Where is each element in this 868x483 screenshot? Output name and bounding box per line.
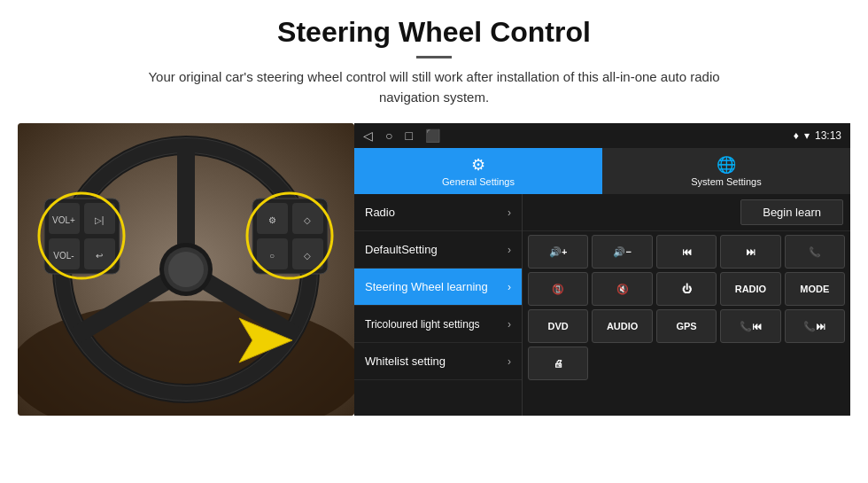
header-description: Your original car's steering wheel contr… (124, 67, 744, 107)
chevron-right-icon: › (508, 244, 511, 256)
menu-item-radio[interactable]: Radio › (354, 194, 522, 231)
svg-text:↩: ↩ (96, 251, 103, 261)
begin-learn-button[interactable]: Begin learn (740, 199, 843, 225)
tab-bar: ⚙ General Settings 🌐 System Settings (354, 148, 850, 194)
menu-item-default[interactable]: DefaultSetting › (354, 231, 522, 269)
tel-next-icon: 📞⏭ (803, 321, 825, 332)
power-icon: ⏻ (682, 284, 692, 294)
control-row-3: DVD AUDIO GPS 📞⏮ (528, 309, 845, 343)
audio-label: AUDIO (607, 321, 638, 331)
vol-up-icon: 🔊+ (549, 246, 567, 258)
content-row: VOL+ ▷| VOL- ↩ ⚙ ◇ ○ ◇ (18, 123, 850, 416)
phone-icon: 📞 (809, 246, 821, 258)
vol-down-button[interactable]: 🔊− (592, 235, 652, 269)
svg-point-10 (168, 252, 204, 287)
radio-button[interactable]: RADIO (720, 272, 780, 306)
back-icon[interactable]: ◁ (363, 129, 373, 143)
vol-up-button[interactable]: 🔊+ (528, 235, 588, 269)
extra-button[interactable]: 🖨 (528, 347, 588, 380)
page-wrapper: Steering Wheel Control Your original car… (0, 0, 868, 416)
location-icon: ♦ (794, 129, 799, 142)
gps-label: GPS (676, 321, 696, 331)
globe-icon: 🌐 (717, 155, 736, 175)
hang-up-icon: 📵 (552, 284, 564, 295)
svg-text:○: ○ (269, 251, 275, 261)
gear-icon: ⚙ (471, 155, 485, 175)
phone-button[interactable]: 📞 (785, 235, 845, 269)
menu-item-steering[interactable]: Steering Wheel learning › (354, 269, 522, 306)
header-divider (416, 56, 452, 58)
chevron-right-icon: › (508, 318, 511, 331)
tel-prev-icon: 📞⏮ (740, 321, 762, 332)
svg-text:◇: ◇ (304, 251, 311, 261)
dvd-label: DVD (548, 321, 569, 331)
gps-button[interactable]: GPS (656, 309, 717, 343)
mute-button[interactable]: 🔇 (592, 272, 652, 306)
menu-list: Radio › DefaultSetting › Steering Wheel … (354, 194, 523, 416)
control-grid: 🔊+ 🔊− ⏮ ⏭ 📞 (523, 231, 850, 416)
extra-icon: 🖨 (554, 358, 563, 369)
prev-track-button[interactable]: ⏮ (656, 235, 717, 269)
menu-area: Radio › DefaultSetting › Steering Wheel … (354, 194, 850, 416)
control-row-4: 🖨 (528, 347, 845, 380)
vol-down-icon: 🔊− (613, 246, 631, 258)
status-right: ♦ ▾ 13:13 (794, 129, 841, 142)
chevron-right-icon: › (508, 355, 511, 368)
radio-label: RADIO (735, 284, 766, 294)
nav-icons: ◁ ○ □ ⬛ (363, 129, 440, 143)
tab-general-label: General Settings (442, 176, 515, 187)
tab-system[interactable]: 🌐 System Settings (602, 148, 850, 194)
tab-system-label: System Settings (691, 176, 761, 187)
page-title: Steering Wheel Control (35, 16, 833, 49)
control-row-1: 🔊+ 🔊− ⏮ ⏭ 📞 (528, 235, 845, 269)
svg-text:VOL-: VOL- (53, 251, 74, 261)
mode-label: MODE (800, 284, 829, 294)
tab-general[interactable]: ⚙ General Settings (354, 148, 602, 194)
svg-text:VOL+: VOL+ (52, 215, 75, 225)
chevron-right-icon: › (508, 206, 511, 219)
power-button[interactable]: ⏻ (656, 272, 717, 306)
hang-up-button[interactable]: 📵 (528, 272, 588, 306)
mode-button[interactable]: MODE (785, 272, 845, 306)
steering-wheel-image: VOL+ ▷| VOL- ↩ ⚙ ◇ ○ ◇ (18, 123, 354, 416)
wifi-icon: ▾ (804, 129, 810, 142)
begin-learn-row: Begin learn (523, 194, 850, 231)
next-icon: ⏭ (746, 246, 756, 257)
control-row-2: 📵 🔇 ⏻ RADIO MO (528, 272, 845, 306)
mute-icon: 🔇 (616, 284, 629, 295)
android-screen: ◁ ○ □ ⬛ ♦ ▾ 13:13 ⚙ General Settings (354, 123, 850, 416)
recents-icon[interactable]: □ (405, 129, 412, 143)
tel-next-button[interactable]: 📞⏭ (785, 309, 845, 343)
steering-wheel-svg: VOL+ ▷| VOL- ↩ ⚙ ◇ ○ ◇ (18, 123, 354, 416)
svg-text:◇: ◇ (304, 215, 311, 225)
chevron-right-icon: › (508, 281, 511, 293)
menu-item-tricoloured[interactable]: Tricoloured light settings › (354, 306, 522, 343)
right-panel: Begin learn 🔊+ 🔊− (523, 194, 850, 416)
menu-item-whitelist[interactable]: Whitelist setting › (354, 343, 522, 380)
dvd-button[interactable]: DVD (528, 309, 588, 343)
svg-text:⚙: ⚙ (268, 215, 276, 225)
tel-prev-button[interactable]: 📞⏮ (720, 309, 780, 343)
next-track-button[interactable]: ⏭ (720, 235, 780, 269)
status-bar: ◁ ○ □ ⬛ ♦ ▾ 13:13 (354, 123, 850, 148)
home-icon[interactable]: ○ (385, 129, 392, 143)
svg-text:▷|: ▷| (95, 215, 105, 225)
screenshot-icon[interactable]: ⬛ (425, 129, 440, 143)
time-display: 13:13 (815, 129, 841, 142)
page-header: Steering Wheel Control Your original car… (0, 0, 868, 114)
prev-icon: ⏮ (682, 246, 692, 257)
audio-button[interactable]: AUDIO (592, 309, 652, 343)
